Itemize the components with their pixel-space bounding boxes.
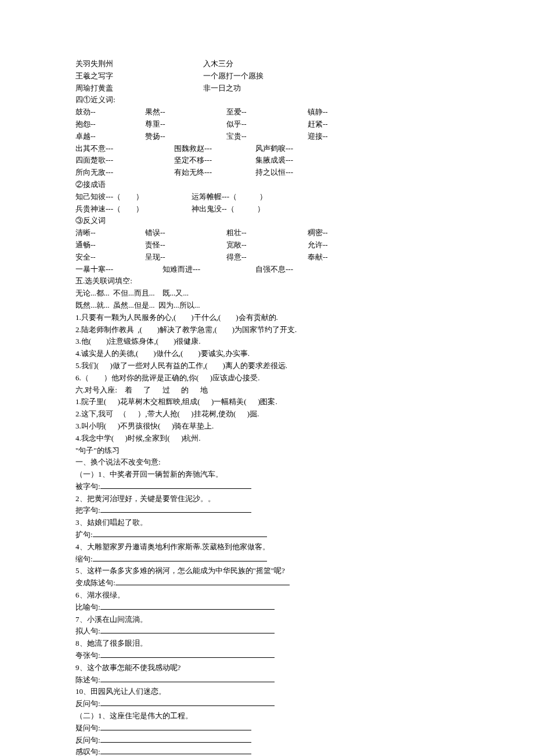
sec5-item: 6.（ ）他对你的批评是正确的,你( )应该虚心接受. [75, 372, 459, 384]
matching-row: 关羽失荆州入木三分 [75, 58, 459, 70]
sentence-line: 反问句: [75, 735, 459, 747]
match-left: 王羲之写字 [75, 70, 203, 82]
sentence-line: 陈述句: [75, 674, 459, 686]
sentence-line: 7、小溪在山间流淌。 [75, 614, 459, 626]
match-right: 非一日之功 [203, 84, 241, 92]
sec4-circle2: ②接成语 [75, 179, 459, 191]
line-label: 夸张句: [75, 651, 100, 660]
sec4-circle3: ③反义词 [75, 215, 459, 227]
line-label: 变成陈述句: [75, 578, 116, 587]
match-left: 周瑜打黄盖 [75, 82, 203, 95]
section-5: 五.选关联词填空: 无论...都... 不但...而且... 既...又... … [75, 275, 459, 384]
blank-line[interactable] [100, 698, 275, 706]
sentence-line: 把字句: [75, 505, 459, 517]
group1-head: （一）1、中奖者开回一辆暂新的奔驰汽车。 [75, 469, 459, 481]
line-label: 反问句: [75, 736, 100, 744]
blank-line[interactable] [100, 722, 251, 730]
sec6-item: 2.这下,我可 （ ）,带大人抢( )挂花树,使劲( )掘. [75, 408, 459, 420]
group2-items: 疑问句:反问句:感叹句:2、灰心丧气能改变现状吗?感叹句:设问句:3、乡村的夜晚… [75, 722, 459, 756]
sentence-line: 10、田园风光让人们迷恋。 [75, 686, 459, 698]
syn-row: 卓越--赞扬--宝贵--迎接-- [75, 131, 459, 143]
line-label: 比喻句: [75, 603, 100, 611]
matching-block: 关羽失荆州入木三分 王羲之写字一个愿打一个愿挨 周瑜打黄盖非一日之功 [75, 58, 459, 94]
sec4-head: 四①近义词: [75, 94, 459, 106]
blank-line[interactable] [116, 577, 290, 585]
sentence-t1: 一、换个说法不改变句意: [75, 456, 459, 469]
blank-line[interactable] [100, 674, 275, 682]
idiom-row: 出其不意---围魏救赵---风声鹤唳--- [75, 143, 459, 155]
sec5-item: 4.诚实是人的美德,( )做什么,( )要诚实,办实事. [75, 348, 459, 360]
sec5-item: 2.陆老师制作教具 ,( )解决了教学急需,( )为国家节约了开支. [75, 324, 459, 336]
matching-row: 周瑜打黄盖非一日之功 [75, 82, 459, 95]
ant-last-row: 一暴十寒---知难而进---自强不息--- [75, 264, 459, 276]
ant-row: 通畅--责怪--宽敞--允许-- [75, 239, 459, 251]
chain-row: 兵贵神速---（ ）神出鬼没--（ ） [75, 203, 459, 215]
line-label: 把字句: [75, 506, 100, 514]
sec5-item: 3.他( )注意锻炼身体,( )很健康. [75, 336, 459, 348]
sentence-line: 4、大雕塑家罗丹邀请奥地利作家斯蒂.茨葳格到他家做客。 [75, 541, 459, 553]
sentence-section: "句子"的练习 一、换个说法不改变句意: （一）1、中奖者开回一辆暂新的奔驰汽车… [75, 445, 459, 757]
matching-row: 王羲之写字一个愿打一个愿挨 [75, 70, 459, 82]
line-label: 感叹句: [75, 747, 100, 756]
blank-line[interactable] [100, 650, 275, 658]
idiom-row: 四面楚歌---坚定不移---集腋成裘--- [75, 154, 459, 167]
sentence-line: 6、湖水很绿。 [75, 589, 459, 602]
sentence-line: 扩句: [75, 529, 459, 541]
sentence-line: 8、她流了很多眼泪。 [75, 638, 459, 650]
line-label: 拟人句: [75, 627, 100, 635]
sentence-line: 9、这个故事怎能不使我感动呢? [75, 662, 459, 674]
blank-line[interactable] [100, 735, 251, 743]
sec5-options: 既然...就... 虽然...但是... 因为...所以... [75, 300, 459, 312]
line-label: 缩句: [75, 555, 93, 563]
sec6-item: 3.叫小明( )不男孩很快( )骑在草垫上. [75, 420, 459, 433]
blank-line[interactable] [100, 602, 275, 610]
match-right: 入木三分 [203, 59, 233, 68]
sentence-line: 5、这样一条多灾多难的祸河，怎么能成为中华民族的"摇篮"呢? [75, 565, 459, 577]
sentence-line: 缩句: [75, 553, 459, 566]
blank-line[interactable] [100, 746, 251, 754]
sec5-item: 5.我们( )做了一些对人民有益的工作,( )离人的要求差很远. [75, 360, 459, 372]
group2-head: （二）1、这座住宅是伟大的工程。 [75, 710, 459, 722]
idiom-row: 所向无敌---有始无终---持之以恒--- [75, 167, 459, 179]
sec5-options: 无论...都... 不但...而且... 既...又... [75, 287, 459, 300]
ant-row: 清晰--错误--粗壮--稠密-- [75, 227, 459, 239]
sentence-line: 3、姑娘们唱起了歌。 [75, 517, 459, 529]
sec6-items: 1.院子里( )花草树木交相辉映,组成( )一幅精美( )图案.2.这下,我可 … [75, 396, 459, 444]
sec6-item: 1.院子里( )花草树木交相辉映,组成( )一幅精美( )图案. [75, 396, 459, 408]
ant-row: 安全--呈现--得意--奉献-- [75, 251, 459, 264]
sec5-head: 五.选关联词填空: [75, 275, 459, 287]
line-label: 被字句: [75, 482, 100, 491]
sentence-line: 比喻句: [75, 602, 459, 614]
sentence-line: 被字句: [75, 481, 459, 493]
sentence-line: 2、把黄河治理好，关键是要管住泥沙。。 [75, 493, 459, 505]
syn-row: 鼓劲--果然--至爱--镇静-- [75, 106, 459, 118]
sentence-line: 疑问句: [75, 722, 459, 735]
sentence-line: 拟人句: [75, 625, 459, 638]
blank-line[interactable] [100, 625, 275, 633]
sec6-head: 六.对号入座: 着 了 过 的 地 [75, 384, 459, 397]
sentence-title: "句子"的练习 [75, 445, 459, 457]
group1-items: 被字句:2、把黄河治理好，关键是要管住泥沙。。把字句:3、姑娘们唱起了歌。扩句:… [75, 481, 459, 710]
sentence-line: 感叹句: [75, 746, 459, 756]
sec5-items: 1.只要有一颗为人民服务的心,( )干什么,( )会有贡献的.2.陆老师制作教具… [75, 312, 459, 384]
match-right: 一个愿打一个愿挨 [203, 71, 264, 80]
blank-line[interactable] [100, 505, 251, 513]
sentence-line: 变成陈述句: [75, 577, 459, 589]
chain-row: 知己知彼---（ ）运筹帷幄---（ ） [75, 191, 459, 203]
line-label: 反问句: [75, 699, 100, 708]
sec5-item: 1.只要有一颗为人民服务的心,( )干什么,( )会有贡献的. [75, 312, 459, 324]
section-6: 六.对号入座: 着 了 过 的 地 1.院子里( )花草树木交相辉映,组成( )… [75, 384, 459, 445]
syn-row: 抱怨--尊重--似乎--赶紧-- [75, 118, 459, 131]
sec6-item: 4.我念中学( )时候,全家到( )杭州. [75, 433, 459, 445]
sentence-line: 夸张句: [75, 650, 459, 662]
blank-line[interactable] [93, 553, 267, 561]
blank-line[interactable] [100, 481, 251, 489]
line-label: 扩句: [75, 530, 93, 539]
match-left: 关羽失荆州 [75, 58, 203, 70]
blank-line[interactable] [93, 529, 267, 537]
section-4: 四①近义词: 鼓劲--果然--至爱--镇静-- 抱怨--尊重--似乎--赶紧--… [75, 94, 459, 275]
line-label: 疑问句: [75, 723, 100, 732]
line-label: 陈述句: [75, 675, 100, 684]
sentence-line: 反问句: [75, 698, 459, 710]
